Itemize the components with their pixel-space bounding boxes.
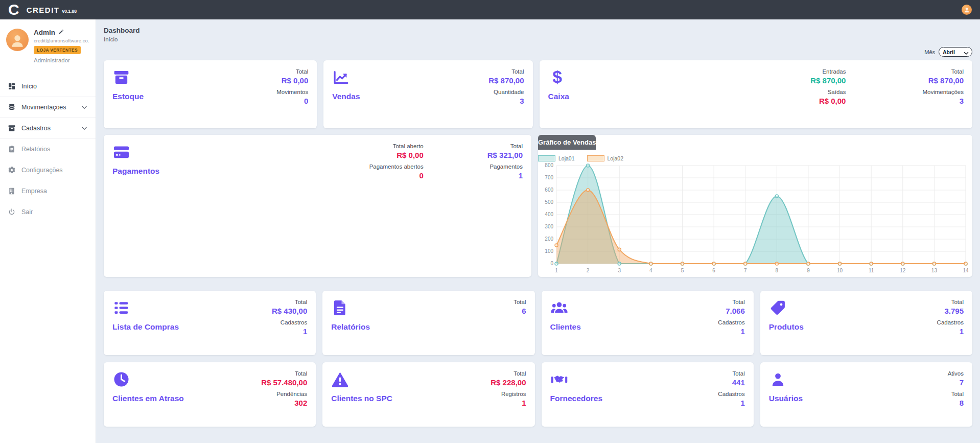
card-clientes[interactable]: ClientesTotal7.066Cadastros1 — [542, 291, 754, 355]
stat-value: 1 — [740, 327, 744, 336]
legend-swatch-icon — [538, 155, 555, 161]
handshake-icon — [550, 370, 568, 388]
sidebar-item-empresa[interactable]: Empresa — [0, 180, 96, 201]
card-title: Clientes no SPC — [331, 394, 392, 403]
stat-value: 0 — [419, 171, 423, 180]
stat-label: Saídas — [828, 89, 846, 95]
stat-label: Total — [951, 299, 964, 305]
card-title: Relatórios — [331, 322, 370, 332]
stat-value: 3.795 — [944, 307, 964, 315]
building-icon — [8, 187, 16, 195]
card-relatorios[interactable]: RelatóriosTotal6 — [322, 291, 534, 355]
chevron-down-icon — [81, 125, 88, 132]
card-fornecedores[interactable]: FornecedoresTotal441Cadastros1 — [542, 362, 754, 427]
y-axis-tick-label: 600 — [545, 188, 553, 193]
stat-label: Cadastros — [718, 391, 744, 397]
month-select[interactable]: Abril — [939, 48, 972, 56]
sidebar-item-relatorios[interactable]: Relatórios — [0, 138, 96, 159]
cards-row-1: EstoqueTotalR$ 0,00Movimentos0VendasTota… — [104, 60, 972, 128]
stat-column: Ativos7Total8 — [948, 370, 964, 407]
chart-up-icon — [332, 68, 350, 86]
sidebar-item-sair[interactable]: Sair — [0, 201, 96, 222]
stat-label: Total — [511, 68, 524, 75]
sidebar-item-inicio[interactable]: Início — [0, 76, 96, 97]
card-estoque[interactable]: EstoqueTotalR$ 0,00Movimentos0 — [104, 60, 317, 128]
stat-column: EntradasR$ 870,00SaídasR$ 0,00 — [810, 68, 846, 105]
stat-value: 441 — [732, 378, 745, 387]
card-clientes-em-atraso[interactable]: Clientes em AtrasoTotalR$ 57.480,00Pendê… — [104, 362, 316, 427]
sidebar-item-label: Empresa — [21, 188, 47, 195]
stat-column: Total3.795Cadastros1 — [937, 299, 964, 336]
card-vendas[interactable]: VendasTotalR$ 870,00Quantidade3 — [323, 60, 532, 128]
stat-column: Total7.066Cadastros1 — [718, 299, 744, 336]
card-clientes-no-spc[interactable]: Clientes no SPCTotalR$ 228,00Registros1 — [322, 362, 534, 427]
chevron-down-icon — [81, 104, 88, 111]
card-lista-de-compras[interactable]: Lista de ComprasTotalR$ 430,00Cadastros1 — [104, 291, 316, 355]
layers-icon — [8, 103, 16, 111]
archive-box-icon — [112, 68, 130, 86]
month-filter-label: Mês — [924, 49, 935, 55]
card-produtos[interactable]: ProdutosTotal3.795Cadastros1 — [760, 291, 972, 355]
card-title: Lista de Compras — [112, 322, 179, 332]
y-axis-tick-label: 500 — [545, 200, 553, 205]
stat-value: 1 — [522, 399, 526, 407]
dollar-icon: $ — [548, 68, 566, 86]
stat-label: Total — [951, 391, 964, 397]
stat-label: Ativos — [948, 370, 964, 377]
stat-value: R$ 228,00 — [491, 378, 526, 387]
x-axis-tick-label: 14 — [963, 268, 969, 273]
stat-value: R$ 57.480,00 — [261, 378, 307, 387]
stat-column: TotalR$ 0,00Movimentos0 — [276, 68, 308, 105]
stat-label: Total — [295, 299, 307, 305]
stat-value: 302 — [294, 399, 307, 407]
x-axis-tick-label: 5 — [681, 268, 684, 273]
page-title: Dashboard — [104, 27, 972, 34]
app-name: CREDIT — [27, 6, 60, 14]
stat-label: Total — [510, 143, 523, 149]
clock-icon — [112, 370, 130, 388]
sidebar-item-configuracoes[interactable]: Configurações — [0, 159, 96, 180]
card-stats: TotalR$ 870,00Quantidade3 — [488, 68, 524, 105]
user-avatar-icon[interactable] — [962, 5, 972, 15]
card-pagamentos[interactable]: PagamentosTotal abertoR$ 0,00Pagamentos … — [104, 135, 531, 277]
profile-block: Admin credit@anronsoftware.co... LOJA VE… — [0, 19, 96, 68]
stat-label: Movimentações — [922, 89, 964, 95]
card-stats: TotalR$ 0,00Movimentos0 — [276, 68, 308, 105]
edit-profile-icon[interactable] — [58, 29, 64, 36]
stat-value: R$ 870,00 — [810, 76, 846, 85]
card-caixa[interactable]: $CaixaEntradasR$ 870,00SaídasR$ 0,00Tota… — [540, 60, 972, 128]
stat-value: R$ 321,00 — [487, 151, 523, 159]
profile-email: credit@anronsoftware.co... — [34, 38, 89, 43]
x-axis-tick-label: 9 — [807, 268, 810, 273]
x-axis-tick-label: 4 — [649, 268, 652, 273]
stat-value: R$ 0,00 — [396, 151, 424, 159]
legend-item-loja02: Loja02 — [587, 155, 624, 161]
sidebar: Admin credit@anronsoftware.co... LOJA VE… — [0, 19, 96, 443]
sidebar-item-label: Relatórios — [21, 146, 50, 153]
profile-avatar[interactable] — [6, 29, 29, 51]
clipboard-icon — [8, 145, 16, 153]
x-axis-tick-label: 3 — [618, 268, 621, 273]
sidebar-menu: InícioMovimentaçõesCadastrosRelatóriosCo… — [0, 76, 96, 222]
sales-chart-title: Gráfico de Vendas — [538, 135, 596, 150]
document-icon — [331, 299, 349, 317]
card-usuarios[interactable]: UsuáriosAtivos7Total8 — [760, 362, 972, 427]
stat-column: Total6 — [514, 299, 526, 315]
tag-icon — [769, 299, 787, 317]
y-axis-tick-label: 700 — [545, 175, 553, 181]
card-title: Clientes — [550, 322, 581, 332]
stat-label: Pagamentos abertos — [369, 164, 424, 170]
card-left-block: Clientes — [550, 299, 581, 332]
sidebar-item-movimentacoes[interactable]: Movimentações — [0, 97, 96, 118]
sidebar-item-cadastros[interactable]: Cadastros — [0, 118, 96, 138]
stat-label: Total — [295, 370, 307, 377]
x-axis-tick-label: 12 — [900, 268, 906, 273]
app-version: v0.1.88 — [62, 9, 77, 14]
stat-label: Pendências — [276, 391, 307, 397]
stat-column: TotalR$ 870,00Quantidade3 — [488, 68, 524, 105]
card-title: Caixa — [548, 92, 569, 101]
month-select-wrapper: Abril — [939, 47, 972, 57]
y-axis-tick-label: 200 — [545, 237, 553, 242]
sidebar-item-label: Sair — [21, 208, 33, 216]
card-left-block: Fornecedores — [550, 370, 603, 403]
